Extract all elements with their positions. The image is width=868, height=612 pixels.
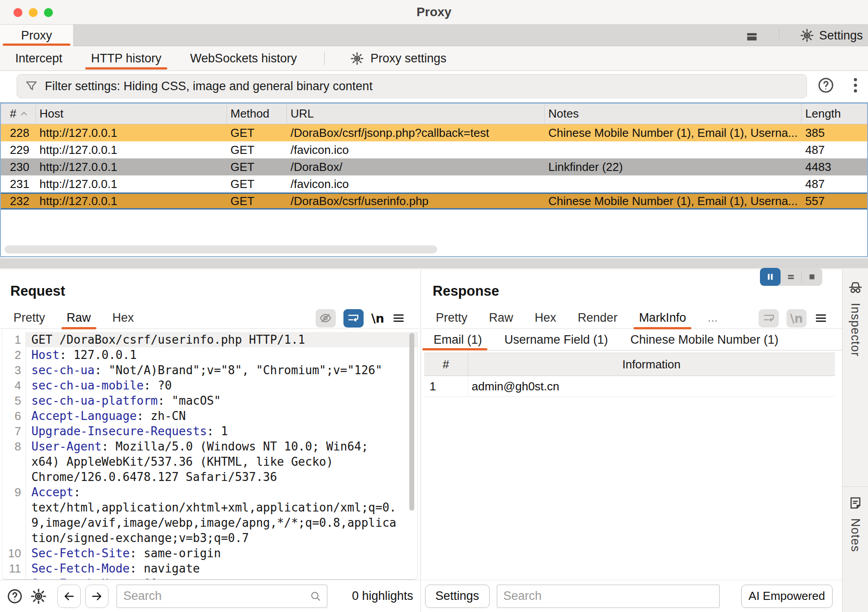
traffic-lights [13, 8, 53, 17]
code-body[interactable]: Sec-Fetch-Site: same-origin [26, 546, 417, 561]
stop-button[interactable] [802, 268, 822, 286]
proxy-subtab[interactable]: HTTP history [90, 46, 163, 71]
show-newlines-icon[interactable]: \n [371, 311, 384, 325]
show-newlines-icon[interactable]: \n [786, 309, 807, 328]
code-body[interactable]: GET /DoraBox/csrf/userinfo.php HTTP/1.1 [26, 332, 417, 347]
response-search [497, 585, 720, 608]
word-wrap-icon[interactable] [343, 309, 364, 328]
code-line: 5 sec-ch-ua-platform: "macOS" [2, 393, 417, 408]
editor-menu-icon[interactable] [392, 311, 405, 325]
request-footer: 0 highlights [0, 580, 420, 612]
lines-button[interactable] [781, 268, 801, 286]
code-body[interactable]: sec-ch-ua-mobile: ?0 [26, 378, 417, 393]
close-window-button[interactable] [13, 8, 22, 17]
inspector-rail-tab[interactable]: Inspector [842, 271, 868, 487]
editor-tab[interactable]: Hex [113, 307, 134, 329]
code-line: 12 Sec-Fetch-User: ?1 [2, 576, 417, 580]
code-body[interactable]: sec-ch-ua-platform: "macOS" [26, 393, 417, 408]
editor-menu-icon[interactable] [814, 311, 828, 325]
code-body[interactable]: Accept-Language: zh-CN [26, 408, 417, 424]
cell-length: 385 [802, 124, 867, 141]
history-table-row[interactable]: 232 http://127.0.0.1 GET /DoraBox/csrf/u… [1, 192, 867, 210]
code-body[interactable]: Host: 127.0.0.1 [26, 347, 417, 363]
code-line: 9 Accept: text/html,application/xhtml+xm… [2, 485, 417, 546]
editor-tab[interactable]: Pretty [13, 307, 45, 329]
editor-tab[interactable]: MarkInfo [639, 307, 686, 329]
search-previous-button[interactable] [57, 585, 81, 608]
filter-settings-bar[interactable]: Filter settings: Hiding CSS, image and g… [17, 74, 807, 98]
markinfo-table: # Information 1 admin@gh0st.cn [424, 353, 835, 397]
editor-tab[interactable]: Hex [535, 307, 556, 329]
request-panel: Request Pretty Raw Hex \n 1 GET /DoraBo [0, 270, 420, 612]
editor-tab[interactable]: Raw [489, 307, 513, 329]
code-body[interactable]: Sec-Fetch-Mode: navigate [26, 561, 417, 576]
proxy-window: Proxy Proxy Settings Intercept HTTP hist… [0, 0, 868, 612]
ai-empowered-button[interactable]: AI Empowered [741, 585, 833, 608]
vertical-scrollbar-thumb[interactable] [409, 333, 414, 511]
column-header-number[interactable]: # [1, 104, 36, 124]
hide-nonprintable-icon[interactable] [316, 309, 336, 328]
notes-rail-tab[interactable]: Notes [842, 487, 868, 612]
markinfo-tab[interactable]: Username Field (1) [504, 329, 613, 350]
help-icon[interactable] [6, 588, 23, 605]
search-input[interactable] [117, 585, 327, 608]
editor-tab[interactable]: Pretty [436, 307, 468, 329]
history-table-row[interactable]: 231 http://127.0.0.1 GET /favicon.ico 48… [1, 175, 867, 192]
word-wrap-icon[interactable] [759, 309, 779, 328]
tab-proxy[interactable]: Proxy [0, 25, 73, 46]
minimize-window-button[interactable] [29, 8, 38, 17]
response-toolbar: \n [759, 307, 828, 329]
request-editor[interactable]: 1 GET /DoraBox/csrf/userinfo.php HTTP/1.… [2, 330, 418, 580]
markinfo-settings-button[interactable]: Settings [425, 585, 490, 608]
column-header-url[interactable]: URL [287, 104, 545, 124]
cell-notes [545, 175, 802, 192]
gear-icon[interactable] [30, 587, 48, 605]
titlebar: Proxy [0, 0, 868, 25]
line-number: 2 [2, 347, 26, 363]
column-header-method[interactable]: Method [227, 104, 287, 124]
tab-label: Intercept [15, 52, 62, 66]
history-table-row[interactable]: 229 http://127.0.0.1 GET /favicon.ico 48… [1, 141, 867, 158]
editor-tab[interactable]: Raw [67, 307, 91, 329]
column-header-notes[interactable]: Notes [545, 104, 802, 124]
editor-tab[interactable]: ... [707, 307, 718, 329]
help-icon[interactable] [817, 76, 835, 94]
horizontal-scrollbar-thumb[interactable] [4, 245, 437, 254]
markinfo-tab[interactable]: Email (1) [422, 329, 487, 350]
search-icon [309, 590, 322, 603]
code-body[interactable]: Accept: text/html,application/xhtml+xml,… [26, 485, 417, 546]
pause-button[interactable] [760, 268, 781, 286]
http-history-table: # Host Method URL Notes Length 228 http:… [0, 102, 868, 257]
proxy-subtab[interactable]: WebSockets history [189, 46, 298, 71]
column-header-length[interactable]: Length [802, 104, 867, 124]
column-label: Notes [548, 107, 579, 121]
subtab-divider [324, 52, 325, 65]
horizontal-splitter[interactable] [0, 257, 868, 270]
markinfo-row[interactable]: 1 admin@gh0st.cn [424, 376, 835, 397]
history-table-row[interactable]: 228 http://127.0.0.1 GET /DoraBox/csrf/j… [1, 124, 867, 141]
code-body[interactable]: sec-ch-ua: "Not/A)Brand";v="8", "Chromiu… [26, 363, 417, 378]
window-panel-icon[interactable] [746, 31, 758, 40]
history-table-row[interactable]: 230 http://127.0.0.1 GET /DoraBox/ Linkf… [1, 158, 867, 175]
cell-number: 228 [1, 124, 36, 141]
code-body[interactable]: Sec-Fetch-User: ?1 [26, 576, 417, 580]
tab-label: Proxy settings [370, 52, 447, 66]
sort-ascending-icon [20, 111, 28, 116]
subtab-proxy-settings[interactable]: Proxy settings [350, 51, 447, 66]
settings-button[interactable]: Settings [799, 25, 863, 46]
editor-tab[interactable]: Render [578, 307, 618, 329]
panel-divider[interactable] [421, 270, 421, 612]
tab-label: Raw [67, 311, 91, 325]
code-body[interactable]: Upgrade-Insecure-Requests: 1 [26, 424, 417, 439]
column-header-host[interactable]: Host [36, 104, 227, 124]
code-body[interactable]: User-Agent: Mozilla/5.0 (Windows NT 10.0… [26, 439, 417, 485]
search-input[interactable] [497, 585, 720, 608]
proxy-subtab[interactable]: Intercept [14, 46, 64, 71]
zoom-window-button[interactable] [44, 8, 53, 17]
markinfo-tab[interactable]: Chinese Mobile Number (1) [630, 329, 784, 350]
search-next-button[interactable] [85, 585, 108, 608]
kebab-menu-icon[interactable] [846, 76, 864, 94]
message-editor-area: Request Pretty Raw Hex \n 1 GET /DoraBo [0, 270, 868, 612]
line-number: 3 [2, 363, 26, 378]
cell-number: 230 [1, 158, 36, 175]
